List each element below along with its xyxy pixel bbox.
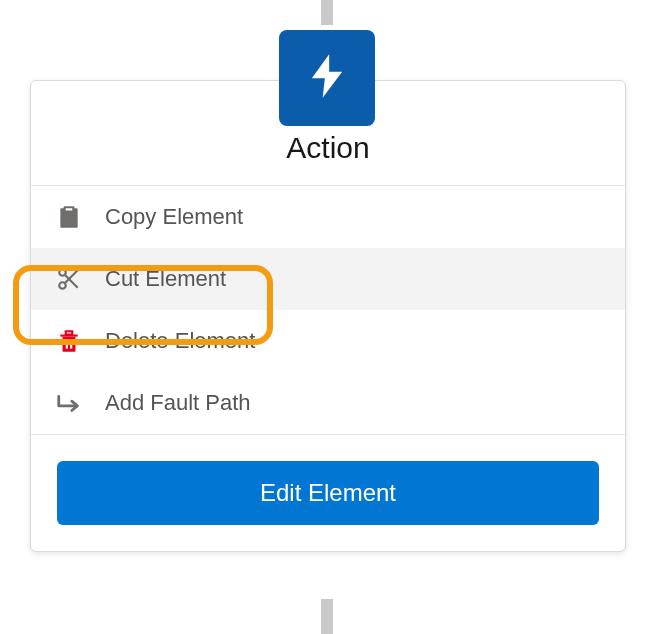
edit-element-button[interactable]: Edit Element: [57, 461, 599, 525]
menu-item-label: Copy Element: [105, 204, 243, 230]
menu-item-label: Delete Element: [105, 328, 255, 354]
menu-item-label: Add Fault Path: [105, 390, 251, 416]
clipboard-icon: [55, 203, 83, 231]
menu-item-label: Cut Element: [105, 266, 226, 292]
connector-line-bottom: [321, 599, 333, 634]
scissors-icon: [55, 265, 83, 293]
svg-point-1: [59, 282, 66, 289]
menu-item-copy[interactable]: Copy Element: [31, 186, 625, 248]
menu-list: Copy Element Cut Element: [31, 186, 625, 434]
menu-item-delete[interactable]: Delete Element: [31, 310, 625, 372]
trash-icon: [55, 327, 83, 355]
card-title: Action: [51, 131, 605, 165]
connector-line-top: [321, 0, 333, 25]
menu-item-cut[interactable]: Cut Element: [31, 248, 625, 310]
menu-item-fault[interactable]: Add Fault Path: [31, 372, 625, 434]
card-footer: Edit Element: [31, 434, 625, 551]
svg-point-0: [59, 269, 66, 276]
action-badge: [279, 30, 375, 126]
lightning-icon: [301, 50, 353, 106]
action-card: Action Copy Element Cut Element: [30, 80, 626, 552]
fault-path-icon: [55, 389, 83, 417]
